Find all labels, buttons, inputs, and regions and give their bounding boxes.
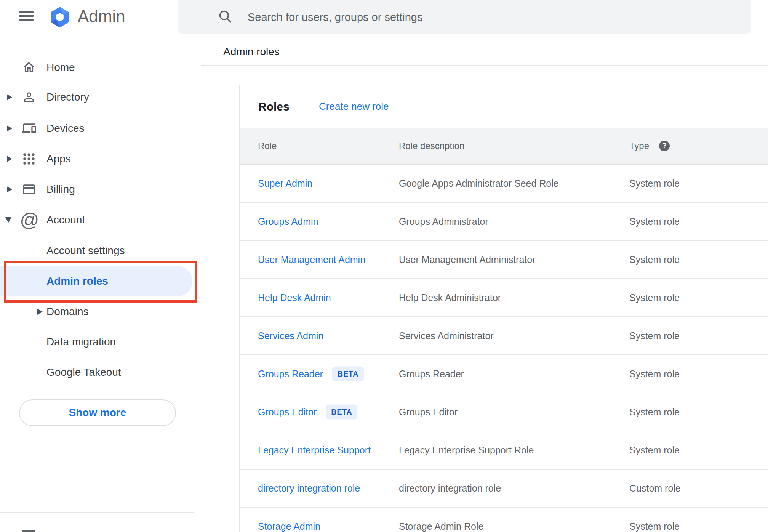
- table-row: Groups Editor BETA Groups Editor System …: [240, 393, 768, 431]
- expand-arrow-icon[interactable]: [37, 309, 43, 315]
- sidebar-item-label: Billing: [46, 183, 75, 195]
- role-name: Services Admin: [258, 330, 323, 341]
- role-name: Groups Editor: [258, 407, 317, 418]
- role-name: Groups Reader: [258, 369, 323, 380]
- help-icon[interactable]: ?: [659, 141, 670, 151]
- credit-card-icon: [22, 182, 36, 197]
- sidebar-item-devices[interactable]: Devices: [0, 113, 196, 144]
- role-type: System role: [629, 216, 680, 227]
- role-type: System role: [629, 445, 680, 456]
- show-more-label: Show more: [69, 407, 126, 419]
- role-description: Legacy Enterprise Support Role: [399, 445, 534, 456]
- role-description: Services Administrator: [399, 330, 494, 341]
- column-header-type: Type: [629, 128, 649, 164]
- sidebar-item-apps[interactable]: Apps: [0, 144, 196, 174]
- role-type: System role: [629, 178, 680, 189]
- sidebar-item-directory[interactable]: Directory: [0, 82, 196, 112]
- sidebar-item-admin-roles[interactable]: Admin roles: [0, 266, 192, 296]
- role-name: Super Admin: [258, 178, 312, 189]
- clipped-sidebar-icon: [22, 530, 35, 532]
- column-header-role: Role: [258, 128, 277, 164]
- expand-arrow-icon[interactable]: [7, 94, 12, 100]
- roles-card-header: Roles Create new role: [240, 85, 768, 128]
- show-more-button[interactable]: Show more: [19, 399, 176, 426]
- sidebar-item-home[interactable]: Home: [0, 52, 196, 83]
- role-type: System role: [629, 292, 680, 303]
- devices-icon: [22, 121, 36, 136]
- role-link[interactable]: Help Desk Admin: [258, 292, 331, 303]
- card-title: Roles: [258, 85, 290, 128]
- table-row: Groups Reader BETA Groups Reader System …: [240, 355, 768, 393]
- table-row: Super Admin Google Apps Administrator Se…: [240, 165, 768, 203]
- sidebar-item-billing[interactable]: Billing: [0, 174, 196, 205]
- google-admin-console: Admin Admin roles Home Directory Devices: [0, 0, 768, 532]
- sidebar-item-data-migration[interactable]: Data migration: [0, 327, 196, 357]
- role-name: Legacy Enterprise Support: [258, 445, 371, 456]
- role-link[interactable]: Super Admin: [258, 178, 312, 189]
- sidebar-item-domains[interactable]: Domains: [0, 296, 196, 327]
- at-sign-icon: @: [20, 210, 39, 229]
- role-link[interactable]: Services Admin: [258, 330, 323, 341]
- header-divider: [201, 65, 768, 66]
- collapse-arrow-icon[interactable]: [5, 217, 11, 223]
- table-row: Legacy Enterprise Support Legacy Enterpr…: [240, 431, 768, 470]
- create-new-role-link[interactable]: Create new role: [319, 85, 389, 128]
- expand-arrow-icon[interactable]: [7, 156, 12, 162]
- menu-bar: [19, 19, 34, 21]
- role-name: Storage Admin: [258, 521, 320, 532]
- expand-arrow-icon[interactable]: [7, 186, 12, 192]
- roles-card: Roles Create new role Role Role descript…: [239, 85, 768, 532]
- admin-logo-icon: [48, 5, 72, 29]
- table-row: Storage Admin Storage Admin Role System …: [240, 508, 768, 532]
- search-input[interactable]: [247, 0, 706, 34]
- sidebar-item-label: Domains: [46, 306, 88, 318]
- role-description: Help Desk Administrator: [399, 292, 501, 303]
- breadcrumb: Admin roles: [223, 46, 280, 58]
- role-description: directory integration role: [399, 483, 501, 494]
- role-link[interactable]: directory integration role: [258, 483, 360, 494]
- role-name: Groups Admin: [258, 216, 318, 227]
- menu-bar: [19, 15, 34, 17]
- role-type: System role: [629, 521, 680, 532]
- home-icon: [22, 60, 36, 75]
- role-name: User Management Admin: [258, 254, 365, 265]
- role-link[interactable]: Groups Reader BETA: [258, 367, 364, 381]
- role-description: User Management Administrator: [399, 254, 535, 265]
- sidebar-item-label: Apps: [46, 153, 71, 165]
- menu-icon[interactable]: [19, 11, 34, 21]
- sidebar-item-label: Data migration: [46, 336, 116, 348]
- sidebar-item-google-takeout[interactable]: Google Takeout: [0, 357, 196, 388]
- table-row: Services Admin Services Administrator Sy…: [240, 317, 768, 355]
- sidebar-item-account[interactable]: @ Account: [0, 205, 196, 235]
- sidebar-item-label: Account: [46, 214, 85, 226]
- role-link[interactable]: Legacy Enterprise Support: [258, 445, 371, 456]
- column-header-description: Role description: [399, 128, 464, 164]
- beta-badge: BETA: [332, 367, 364, 381]
- role-link[interactable]: User Management Admin: [258, 254, 365, 265]
- role-link[interactable]: Groups Editor BETA: [258, 405, 357, 420]
- table-row: Help Desk Admin Help Desk Administrator …: [240, 279, 768, 317]
- person-icon: [22, 90, 36, 104]
- apps-grid-icon: [22, 152, 36, 166]
- role-type: System role: [629, 254, 680, 265]
- role-link[interactable]: Storage Admin: [258, 521, 320, 532]
- table-row: Groups Admin Groups Administrator System…: [240, 203, 768, 241]
- role-type: Custom role: [629, 483, 681, 494]
- table-row: User Management Admin User Management Ad…: [240, 241, 768, 279]
- role-description: Groups Reader: [399, 369, 464, 380]
- expand-arrow-icon[interactable]: [7, 125, 12, 131]
- sidebar-item-account-settings[interactable]: Account settings: [0, 236, 196, 266]
- role-name: Help Desk Admin: [258, 292, 331, 303]
- role-name: directory integration role: [258, 483, 360, 494]
- role-link[interactable]: Groups Admin: [258, 216, 318, 227]
- sidebar-item-label: Devices: [46, 122, 85, 135]
- sidebar-item-label: Google Takeout: [46, 366, 121, 378]
- menu-bar: [19, 11, 34, 13]
- sidebar-divider: [0, 512, 194, 513]
- sidebar-item-label: Account settings: [46, 245, 125, 257]
- search-bar[interactable]: [178, 0, 751, 34]
- sidebar-item-label: Admin roles: [46, 275, 108, 287]
- role-type: System role: [629, 330, 680, 341]
- sidebar-item-label: Directory: [46, 91, 89, 103]
- table-header-row: Role Role description Type ?: [240, 128, 768, 165]
